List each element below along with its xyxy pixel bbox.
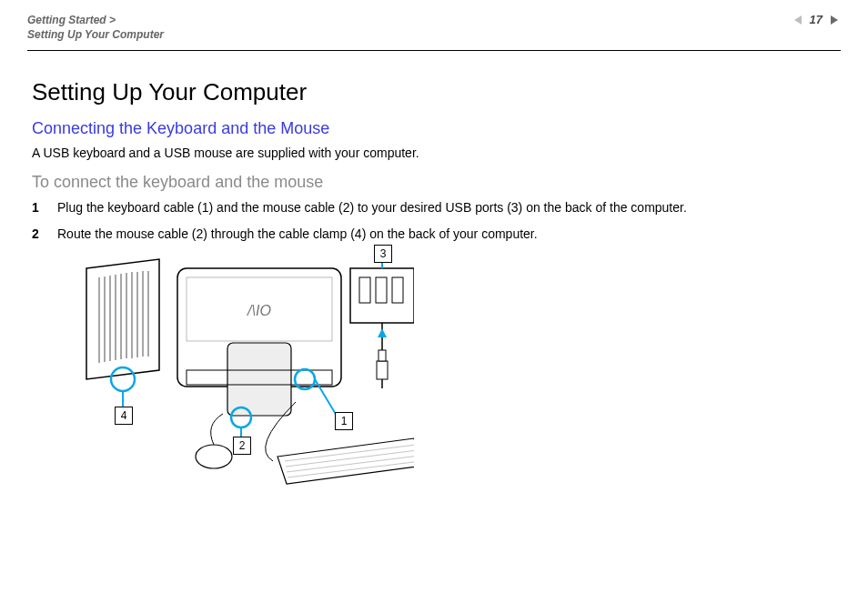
divider [27, 50, 841, 51]
list-item: 2 Route the mouse cable (2) through the … [32, 226, 836, 243]
svg-rect-26 [376, 277, 387, 303]
svg-rect-18 [227, 343, 291, 416]
svg-rect-27 [392, 277, 403, 303]
next-page-icon[interactable] [828, 14, 841, 26]
svg-point-33 [196, 445, 232, 468]
step-number: 1 [32, 199, 45, 216]
step-text: Plug the keyboard cable (1) and the mous… [57, 199, 687, 216]
breadcrumb-line-2: Setting Up Your Computer [27, 28, 164, 41]
procedure-title: To connect the keyboard and the mouse [32, 173, 836, 192]
breadcrumb: Getting Started > Setting Up Your Comput… [27, 13, 164, 42]
callout-4: 4 [115, 407, 133, 425]
section-title[interactable]: Connecting the Keyboard and the Mouse [32, 119, 836, 138]
prev-page-icon[interactable] [792, 14, 804, 26]
header-row: Getting Started > Setting Up Your Comput… [27, 13, 841, 42]
step-text: Route the mouse cable (2) through the ca… [57, 226, 538, 243]
callout-1: 1 [335, 412, 353, 430]
svg-rect-31 [378, 350, 386, 361]
intro-text: A USB keyboard and a USB mouse are suppl… [32, 146, 836, 160]
svg-marker-32 [378, 328, 387, 337]
breadcrumb-line-1: Getting Started > [27, 14, 116, 26]
step-list: 1 Plug the keyboard cable (1) and the mo… [32, 199, 836, 243]
callout-3: 3 [374, 245, 392, 263]
svg-rect-25 [359, 277, 370, 303]
page-title: Setting Up Your Computer [32, 78, 836, 106]
page-number: 17 [810, 13, 823, 26]
svg-marker-0 [794, 15, 802, 25]
setup-diagram: /\IO [68, 252, 414, 488]
list-item: 1 Plug the keyboard cable (1) and the mo… [32, 199, 836, 216]
svg-marker-1 [831, 15, 838, 25]
page-navigation: 17 [792, 13, 841, 26]
svg-text:/\IO: /\IO [247, 303, 271, 318]
svg-rect-30 [377, 361, 388, 379]
step-number: 2 [32, 226, 45, 243]
callout-2: 2 [233, 437, 251, 455]
svg-marker-34 [278, 438, 414, 484]
content-area: Setting Up Your Computer Connecting the … [32, 78, 836, 488]
document-page: Getting Started > Setting Up Your Comput… [0, 0, 868, 613]
